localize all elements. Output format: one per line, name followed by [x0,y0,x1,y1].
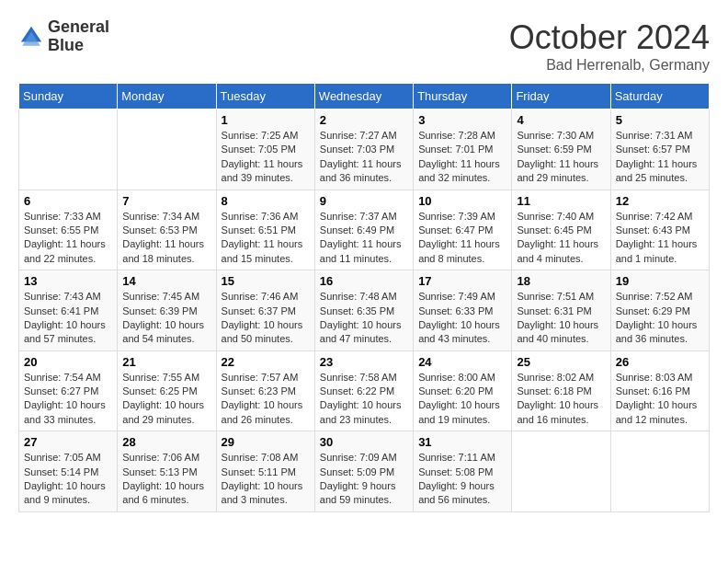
day-number: 23 [320,355,408,369]
calendar-header-row: SundayMondayTuesdayWednesdayThursdayFrid… [19,84,710,109]
day-info: Sunrise: 7:05 AM Sunset: 5:14 PM Dayligh… [24,451,112,508]
calendar-cell: 7Sunrise: 7:34 AM Sunset: 6:53 PM Daylig… [118,190,216,270]
col-header-sunday: Sunday [19,84,118,109]
calendar-cell: 24Sunrise: 8:00 AM Sunset: 6:20 PM Dayli… [414,350,512,431]
day-number: 16 [320,274,408,288]
month-title: October 2024 [509,18,710,57]
day-info: Sunrise: 7:52 AM Sunset: 6:29 PM Dayligh… [616,290,704,347]
calendar-cell [19,109,118,190]
day-number: 26 [616,355,704,369]
day-number: 7 [122,194,210,208]
calendar-cell: 20Sunrise: 7:54 AM Sunset: 6:27 PM Dayli… [19,350,118,431]
day-info: Sunrise: 7:39 AM Sunset: 6:47 PM Dayligh… [418,210,506,267]
day-number: 22 [222,355,310,369]
calendar-cell: 5Sunrise: 7:31 AM Sunset: 6:57 PM Daylig… [610,109,709,190]
day-info: Sunrise: 7:46 AM Sunset: 6:37 PM Dayligh… [222,290,310,347]
day-info: Sunrise: 7:45 AM Sunset: 6:39 PM Dayligh… [122,290,210,347]
day-info: Sunrise: 7:34 AM Sunset: 6:53 PM Dayligh… [122,210,210,267]
calendar-cell: 18Sunrise: 7:51 AM Sunset: 6:31 PM Dayli… [512,270,610,351]
calendar-cell: 23Sunrise: 7:58 AM Sunset: 6:22 PM Dayli… [314,350,413,431]
calendar-cell: 10Sunrise: 7:39 AM Sunset: 6:47 PM Dayli… [414,190,512,270]
week-row-5: 27Sunrise: 7:05 AM Sunset: 5:14 PM Dayli… [19,431,710,512]
day-number: 5 [616,113,704,127]
day-number: 13 [24,274,112,288]
calendar-cell: 31Sunrise: 7:11 AM Sunset: 5:08 PM Dayli… [414,431,512,512]
col-header-monday: Monday [118,84,216,109]
day-info: Sunrise: 7:54 AM Sunset: 6:27 PM Dayligh… [24,371,112,428]
day-number: 19 [616,274,704,288]
week-row-1: 1Sunrise: 7:25 AM Sunset: 7:05 PM Daylig… [19,109,710,190]
calendar-cell: 12Sunrise: 7:42 AM Sunset: 6:43 PM Dayli… [610,190,709,270]
calendar-cell: 3Sunrise: 7:28 AM Sunset: 7:01 PM Daylig… [414,109,512,190]
day-info: Sunrise: 7:57 AM Sunset: 6:23 PM Dayligh… [222,371,310,428]
calendar-cell: 8Sunrise: 7:36 AM Sunset: 6:51 PM Daylig… [216,190,314,270]
day-number: 11 [517,194,605,208]
day-number: 29 [222,435,310,449]
day-info: Sunrise: 7:33 AM Sunset: 6:55 PM Dayligh… [24,210,112,267]
calendar-cell: 14Sunrise: 7:45 AM Sunset: 6:39 PM Dayli… [118,270,216,351]
page-header: General Blue October 2024 Bad Herrenalb,… [18,18,710,74]
logo: General Blue [18,18,109,55]
calendar-cell: 13Sunrise: 7:43 AM Sunset: 6:41 PM Dayli… [19,270,118,351]
calendar-cell: 27Sunrise: 7:05 AM Sunset: 5:14 PM Dayli… [19,431,118,512]
day-number: 6 [24,194,112,208]
day-info: Sunrise: 7:51 AM Sunset: 6:31 PM Dayligh… [517,290,605,347]
day-number: 9 [320,194,408,208]
day-number: 28 [122,435,210,449]
week-row-3: 13Sunrise: 7:43 AM Sunset: 6:41 PM Dayli… [19,270,710,351]
day-info: Sunrise: 7:25 AM Sunset: 7:05 PM Dayligh… [222,129,310,186]
day-info: Sunrise: 7:11 AM Sunset: 5:08 PM Dayligh… [418,451,506,508]
col-header-friday: Friday [512,84,610,109]
day-info: Sunrise: 7:27 AM Sunset: 7:03 PM Dayligh… [320,129,408,186]
day-number: 20 [24,355,112,369]
calendar-cell: 29Sunrise: 7:08 AM Sunset: 5:11 PM Dayli… [216,431,314,512]
day-info: Sunrise: 7:37 AM Sunset: 6:49 PM Dayligh… [320,210,408,267]
day-info: Sunrise: 7:36 AM Sunset: 6:51 PM Dayligh… [222,210,310,267]
calendar-cell: 9Sunrise: 7:37 AM Sunset: 6:49 PM Daylig… [314,190,413,270]
calendar-table: SundayMondayTuesdayWednesdayThursdayFrid… [18,83,710,512]
day-info: Sunrise: 7:43 AM Sunset: 6:41 PM Dayligh… [24,290,112,347]
calendar-cell: 17Sunrise: 7:49 AM Sunset: 6:33 PM Dayli… [414,270,512,351]
day-info: Sunrise: 7:48 AM Sunset: 6:35 PM Dayligh… [320,290,408,347]
col-header-wednesday: Wednesday [314,84,413,109]
day-number: 2 [320,113,408,127]
day-number: 3 [418,113,506,127]
calendar-cell: 30Sunrise: 7:09 AM Sunset: 5:09 PM Dayli… [314,431,413,512]
day-number: 25 [517,355,605,369]
day-info: Sunrise: 7:40 AM Sunset: 6:45 PM Dayligh… [517,210,605,267]
day-info: Sunrise: 7:09 AM Sunset: 5:09 PM Dayligh… [320,451,408,508]
day-number: 18 [517,274,605,288]
calendar-cell: 11Sunrise: 7:40 AM Sunset: 6:45 PM Dayli… [512,190,610,270]
day-number: 8 [222,194,310,208]
day-info: Sunrise: 8:02 AM Sunset: 6:18 PM Dayligh… [517,371,605,428]
calendar-cell: 28Sunrise: 7:06 AM Sunset: 5:13 PM Dayli… [118,431,216,512]
calendar-cell: 2Sunrise: 7:27 AM Sunset: 7:03 PM Daylig… [314,109,413,190]
location-subtitle: Bad Herrenalb, Germany [509,57,710,74]
logo-icon [18,24,44,50]
day-info: Sunrise: 7:58 AM Sunset: 6:22 PM Dayligh… [320,371,408,428]
day-info: Sunrise: 7:55 AM Sunset: 6:25 PM Dayligh… [122,371,210,428]
calendar-cell: 15Sunrise: 7:46 AM Sunset: 6:37 PM Dayli… [216,270,314,351]
day-info: Sunrise: 7:30 AM Sunset: 6:59 PM Dayligh… [517,129,605,186]
day-number: 31 [418,435,506,449]
title-block: October 2024 Bad Herrenalb, Germany [509,18,710,74]
day-info: Sunrise: 7:06 AM Sunset: 5:13 PM Dayligh… [122,451,210,508]
logo-text: General Blue [48,18,109,55]
day-number: 10 [418,194,506,208]
col-header-tuesday: Tuesday [216,84,314,109]
day-number: 21 [122,355,210,369]
day-number: 12 [616,194,704,208]
day-number: 27 [24,435,112,449]
day-number: 4 [517,113,605,127]
day-info: Sunrise: 8:00 AM Sunset: 6:20 PM Dayligh… [418,371,506,428]
day-number: 17 [418,274,506,288]
col-header-saturday: Saturday [610,84,709,109]
day-info: Sunrise: 7:49 AM Sunset: 6:33 PM Dayligh… [418,290,506,347]
day-info: Sunrise: 7:31 AM Sunset: 6:57 PM Dayligh… [616,129,704,186]
calendar-cell: 22Sunrise: 7:57 AM Sunset: 6:23 PM Dayli… [216,350,314,431]
day-info: Sunrise: 7:42 AM Sunset: 6:43 PM Dayligh… [616,210,704,267]
week-row-4: 20Sunrise: 7:54 AM Sunset: 6:27 PM Dayli… [19,350,710,431]
week-row-2: 6Sunrise: 7:33 AM Sunset: 6:55 PM Daylig… [19,190,710,270]
col-header-thursday: Thursday [414,84,512,109]
day-number: 24 [418,355,506,369]
